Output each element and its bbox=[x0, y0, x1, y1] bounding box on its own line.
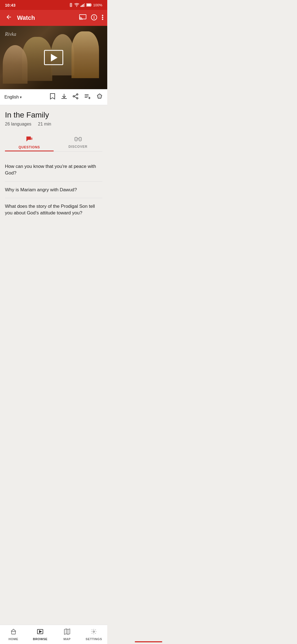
download-button[interactable] bbox=[61, 93, 67, 101]
svg-rect-2 bbox=[81, 6, 81, 7]
svg-rect-5 bbox=[84, 3, 85, 7]
video-title: In the Family bbox=[5, 111, 102, 119]
dropdown-arrow-icon: ▾ bbox=[20, 95, 22, 99]
toolbar-row: English ▾ bbox=[0, 89, 107, 105]
battery-pct: 100% bbox=[93, 3, 102, 7]
svg-point-34 bbox=[79, 139, 81, 140]
svg-rect-4 bbox=[83, 4, 84, 7]
cast-button[interactable] bbox=[79, 14, 86, 22]
svg-marker-28 bbox=[98, 95, 101, 98]
svg-point-15 bbox=[102, 18, 103, 20]
content-area: In the Family 26 languages 21 min QUESTI… bbox=[0, 105, 107, 156]
tabs-container: QUESTIONS DISCOVER bbox=[5, 133, 102, 152]
tab-discover[interactable]: DISCOVER bbox=[54, 133, 102, 151]
tab-questions[interactable]: QUESTIONS bbox=[5, 133, 54, 151]
app-bar: Watch bbox=[0, 10, 107, 26]
languages-count: 26 languages bbox=[5, 122, 31, 127]
language-label: English bbox=[4, 95, 19, 100]
svg-rect-8 bbox=[87, 4, 90, 6]
back-button[interactable] bbox=[4, 12, 14, 24]
battery-icon bbox=[86, 3, 92, 7]
video-watermark: Rivka bbox=[5, 31, 16, 37]
svg-rect-29 bbox=[30, 138, 32, 140]
svg-point-18 bbox=[73, 95, 75, 97]
question-item[interactable]: How can you know that you're at peace wi… bbox=[5, 158, 102, 182]
svg-point-14 bbox=[102, 17, 103, 18]
svg-point-19 bbox=[77, 97, 78, 99]
video-player[interactable]: Rivka bbox=[0, 26, 107, 89]
language-selector[interactable]: English ▾ bbox=[4, 95, 50, 100]
page-title: Watch bbox=[17, 14, 76, 21]
more-button[interactable] bbox=[102, 14, 103, 22]
vibrate-icon bbox=[69, 3, 73, 7]
play-button[interactable] bbox=[44, 50, 63, 65]
status-icons: 100% bbox=[69, 3, 102, 7]
duration: 21 min bbox=[38, 122, 51, 127]
svg-line-21 bbox=[75, 97, 77, 98]
bookmark-button[interactable] bbox=[50, 93, 56, 101]
questions-list: How can you know that you're at peace wi… bbox=[0, 156, 107, 228]
question-item[interactable]: What does the story of the Prodigal Son … bbox=[5, 198, 102, 221]
tab-questions-label: QUESTIONS bbox=[19, 145, 40, 149]
wifi-icon bbox=[74, 3, 79, 7]
svg-rect-7 bbox=[91, 4, 92, 6]
signal-icon bbox=[81, 3, 85, 7]
video-meta: 26 languages 21 min bbox=[5, 122, 102, 127]
tab-discover-label: DISCOVER bbox=[68, 145, 87, 149]
binoculars-icon bbox=[75, 136, 82, 144]
svg-line-20 bbox=[75, 95, 77, 96]
add-queue-button[interactable] bbox=[84, 93, 91, 101]
share-button[interactable] bbox=[73, 93, 79, 101]
info-button[interactable] bbox=[91, 14, 97, 22]
chat-icon bbox=[26, 136, 33, 144]
status-time: 10:43 bbox=[5, 3, 15, 7]
griots-button[interactable] bbox=[96, 93, 103, 101]
play-icon bbox=[51, 54, 57, 61]
svg-rect-1 bbox=[70, 4, 71, 6]
app-bar-actions bbox=[79, 14, 103, 22]
svg-point-13 bbox=[102, 15, 103, 16]
svg-rect-3 bbox=[82, 5, 82, 7]
toolbar-icons bbox=[50, 93, 103, 101]
svg-point-17 bbox=[77, 94, 78, 95]
question-item[interactable]: Why is Mariam angry with Dawud? bbox=[5, 182, 102, 198]
status-bar: 10:43 100% bbox=[0, 0, 107, 10]
svg-point-33 bbox=[75, 139, 77, 140]
